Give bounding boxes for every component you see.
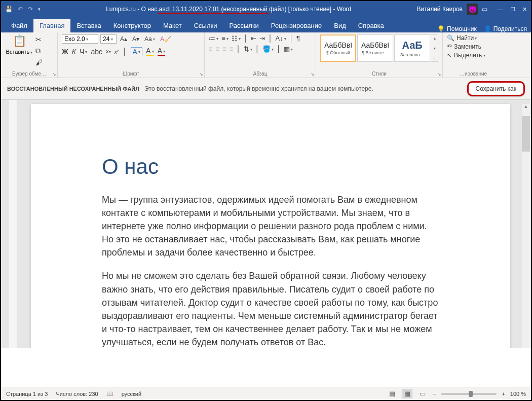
line-spacing-icon[interactable]: ⇅ bbox=[244, 45, 252, 53]
underline-button[interactable]: Ч bbox=[80, 48, 88, 56]
numbering-icon[interactable]: ≡ bbox=[221, 34, 229, 42]
tab-file[interactable]: Файл bbox=[5, 19, 33, 32]
view-read-icon[interactable]: ▤ bbox=[387, 389, 397, 398]
justify-icon[interactable]: ≡ bbox=[230, 45, 234, 53]
group-editing-label: …ирование bbox=[447, 70, 500, 77]
align-right-icon[interactable]: ≡ bbox=[222, 45, 226, 53]
redo-icon[interactable]: ↷ bbox=[28, 6, 33, 13]
ribbon-display-icon[interactable]: ▭ bbox=[482, 6, 487, 13]
replace-icon: ᵃᵇ bbox=[447, 43, 452, 50]
zoom-out-icon[interactable]: − bbox=[433, 391, 436, 397]
text-effects-button[interactable]: A bbox=[131, 47, 143, 56]
cut-icon[interactable]: ✂ bbox=[35, 35, 43, 44]
shrink-font-icon[interactable]: A▾ bbox=[131, 35, 141, 43]
style-no-spacing[interactable]: АаБбВвI ¶ Без инте… bbox=[357, 34, 393, 62]
cursor-icon: ↖ bbox=[447, 52, 452, 59]
group-clipboard-label: Буфер обме… bbox=[5, 70, 53, 77]
show-marks-icon[interactable]: ¶ bbox=[296, 34, 300, 42]
user-name[interactable]: Виталий Каиров bbox=[416, 6, 463, 13]
save-icon[interactable]: 💾 bbox=[5, 6, 13, 13]
view-print-icon[interactable]: ▦ bbox=[402, 389, 412, 398]
indent-icon[interactable]: ⇥ bbox=[259, 34, 265, 42]
change-case-icon[interactable]: Aa bbox=[143, 35, 157, 43]
undo-icon[interactable]: ↶ bbox=[18, 6, 23, 13]
bold-button[interactable]: Ж bbox=[62, 48, 68, 56]
window-title: Lumpics.ru - О нас.asd: 13.11.2020 17:01… bbox=[41, 6, 416, 13]
tab-review[interactable]: Рецензирование bbox=[265, 19, 328, 32]
tab-help[interactable]: Справка bbox=[352, 19, 390, 32]
clipboard-icon: 📋 bbox=[13, 34, 26, 48]
find-button[interactable]: 🔍Найти bbox=[447, 34, 477, 42]
copy-icon[interactable]: ⧉ bbox=[35, 47, 43, 55]
statusbar: Страница 1 из 3 Число слов: 230 📖 русски… bbox=[1, 387, 531, 400]
tab-references[interactable]: Ссылки bbox=[188, 19, 223, 32]
format-painter-icon[interactable]: 🖌 bbox=[35, 58, 43, 66]
zoom-in-icon[interactable]: + bbox=[502, 391, 505, 397]
outdent-icon[interactable]: ⇤ bbox=[251, 34, 256, 42]
superscript-button[interactable]: x² bbox=[115, 49, 119, 55]
tab-mailings[interactable]: Рассылки bbox=[223, 19, 264, 32]
tab-view[interactable]: Вид bbox=[328, 19, 352, 32]
ribbon: 📋 Вставить ✂ ⧉ 🖌 Буфер обме… ↘ Exo 2.0 2… bbox=[1, 32, 531, 78]
styles-launcher-icon[interactable]: ↘ bbox=[437, 71, 441, 77]
font-launcher-icon[interactable]: ↘ bbox=[199, 71, 203, 77]
style-normal[interactable]: АаБбВвI ¶ Обычный bbox=[320, 34, 356, 62]
paste-button[interactable]: 📋 Вставить bbox=[5, 34, 33, 55]
lightbulb-icon: 💡 bbox=[437, 25, 445, 32]
scroll-thumb[interactable] bbox=[522, 116, 530, 152]
vertical-scrollbar[interactable]: ▲ bbox=[522, 104, 530, 348]
tab-insert[interactable]: Вставка bbox=[70, 19, 107, 32]
scroll-up-icon[interactable]: ▲ bbox=[522, 104, 530, 109]
save-as-button[interactable]: Сохранить как bbox=[467, 81, 525, 96]
zoom-slider[interactable] bbox=[441, 393, 497, 395]
multilevel-icon[interactable]: ☷ bbox=[232, 34, 241, 42]
clipboard-launcher-icon[interactable]: ↘ bbox=[52, 71, 56, 77]
vertical-ruler[interactable] bbox=[9, 100, 17, 348]
tab-home[interactable]: Главная bbox=[33, 19, 70, 32]
share-button[interactable]: 👤Поделиться bbox=[484, 25, 527, 32]
clear-format-icon[interactable]: A🧹 bbox=[159, 35, 173, 43]
align-center-icon[interactable]: ≡ bbox=[216, 45, 220, 53]
doc-paragraph-1: Мы — группа энтузиастов, одержимых идеей… bbox=[102, 193, 439, 259]
status-words[interactable]: Число слов: 230 bbox=[56, 391, 98, 397]
group-clipboard: 📋 Вставить ✂ ⧉ 🖌 Буфер обме… ↘ bbox=[1, 32, 58, 78]
bullets-icon[interactable]: ≔ bbox=[209, 34, 218, 42]
group-paragraph: ≔ ≡ ☷ │ ⇤ ⇥ │ A↓ │ ¶ ≡ ≡ ≡ ≡ │ ⇅ │ 🪣 │ bbox=[205, 32, 316, 78]
proofing-icon[interactable]: 📖 bbox=[106, 390, 113, 397]
font-color-button[interactable]: A bbox=[158, 47, 166, 56]
maximize-icon[interactable]: ☐ bbox=[510, 6, 515, 13]
share-icon: 👤 bbox=[484, 25, 491, 32]
highlight-button[interactable]: A bbox=[146, 47, 154, 56]
shading-icon[interactable]: 🪣 bbox=[262, 45, 274, 53]
styles-gallery-more[interactable]: ▴▾⌄ bbox=[431, 34, 438, 62]
strike-button[interactable]: abc bbox=[91, 48, 103, 56]
group-font-label: Шрифт bbox=[62, 70, 200, 77]
document-area: О нас Мы — группа энтузиастов, одержимых… bbox=[1, 100, 531, 348]
replace-button[interactable]: ᵃᵇЗаменить bbox=[447, 43, 481, 50]
style-heading[interactable]: АаБ Заголово… bbox=[394, 34, 430, 62]
zoom-level[interactable]: 100 % bbox=[510, 391, 526, 397]
user-avatar[interactable]: 😈 bbox=[467, 4, 478, 15]
grow-font-icon[interactable]: A▴ bbox=[119, 35, 129, 43]
view-web-icon[interactable]: ▭ bbox=[417, 389, 428, 398]
sort-icon[interactable]: A↓ bbox=[276, 34, 286, 42]
tab-design[interactable]: Конструктор bbox=[107, 19, 157, 32]
font-size-select[interactable]: 24 bbox=[100, 34, 117, 44]
document-page[interactable]: О нас Мы — группа энтузиастов, одержимых… bbox=[31, 104, 510, 348]
tab-layout[interactable]: Макет bbox=[157, 19, 188, 32]
tell-me[interactable]: 💡Помощник bbox=[437, 25, 477, 32]
search-icon: 🔍 bbox=[447, 34, 454, 42]
status-language[interactable]: русский bbox=[122, 391, 141, 397]
close-icon[interactable]: ✕ bbox=[522, 6, 527, 13]
status-page[interactable]: Страница 1 из 3 bbox=[6, 391, 48, 397]
select-button[interactable]: ↖Выделить bbox=[447, 52, 485, 59]
ribbon-tabs: Файл Главная Вставка Конструктор Макет С… bbox=[1, 17, 531, 32]
italic-button[interactable]: К bbox=[72, 48, 76, 56]
recovery-title: ВОССТАНОВЛЕННЫЙ НЕСОХРАНЕННЫЙ ФАЙЛ bbox=[7, 86, 139, 92]
minimize-icon[interactable]: — bbox=[498, 6, 503, 13]
paragraph-launcher-icon[interactable]: ↘ bbox=[311, 71, 315, 77]
font-name-select[interactable]: Exo 2.0 bbox=[62, 34, 98, 44]
borders-icon[interactable]: ▦ bbox=[284, 45, 293, 53]
align-left-icon[interactable]: ≡ bbox=[209, 45, 213, 53]
subscript-button[interactable]: x₂ bbox=[106, 48, 111, 55]
